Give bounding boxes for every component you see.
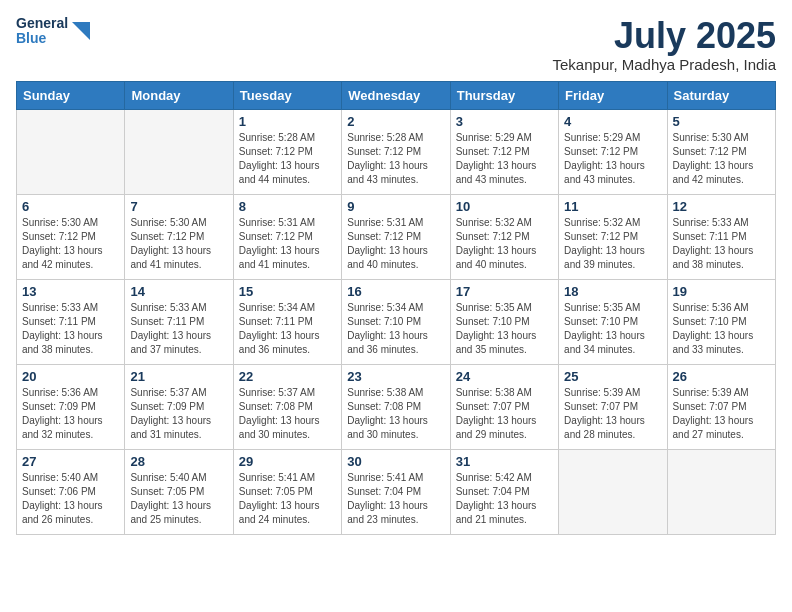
calendar-cell: 15Sunrise: 5:34 AM Sunset: 7:11 PM Dayli… xyxy=(233,279,341,364)
day-number: 3 xyxy=(456,114,553,129)
day-number: 12 xyxy=(673,199,770,214)
calendar-cell: 3Sunrise: 5:29 AM Sunset: 7:12 PM Daylig… xyxy=(450,109,558,194)
calendar-cell: 2Sunrise: 5:28 AM Sunset: 7:12 PM Daylig… xyxy=(342,109,450,194)
location: Tekanpur, Madhya Pradesh, India xyxy=(553,56,776,73)
day-number: 31 xyxy=(456,454,553,469)
day-number: 21 xyxy=(130,369,227,384)
day-detail: Sunrise: 5:32 AM Sunset: 7:12 PM Dayligh… xyxy=(456,216,553,272)
calendar-cell: 29Sunrise: 5:41 AM Sunset: 7:05 PM Dayli… xyxy=(233,449,341,534)
day-detail: Sunrise: 5:29 AM Sunset: 7:12 PM Dayligh… xyxy=(456,131,553,187)
calendar-cell: 23Sunrise: 5:38 AM Sunset: 7:08 PM Dayli… xyxy=(342,364,450,449)
day-detail: Sunrise: 5:30 AM Sunset: 7:12 PM Dayligh… xyxy=(130,216,227,272)
day-number: 14 xyxy=(130,284,227,299)
day-number: 10 xyxy=(456,199,553,214)
day-number: 9 xyxy=(347,199,444,214)
day-number: 30 xyxy=(347,454,444,469)
logo-general: General xyxy=(16,16,68,31)
calendar-cell: 13Sunrise: 5:33 AM Sunset: 7:11 PM Dayli… xyxy=(17,279,125,364)
title-block: July 2025 Tekanpur, Madhya Pradesh, Indi… xyxy=(553,16,776,73)
day-number: 13 xyxy=(22,284,119,299)
day-detail: Sunrise: 5:38 AM Sunset: 7:07 PM Dayligh… xyxy=(456,386,553,442)
week-row-5: 27Sunrise: 5:40 AM Sunset: 7:06 PM Dayli… xyxy=(17,449,776,534)
day-detail: Sunrise: 5:37 AM Sunset: 7:08 PM Dayligh… xyxy=(239,386,336,442)
calendar-cell: 25Sunrise: 5:39 AM Sunset: 7:07 PM Dayli… xyxy=(559,364,667,449)
week-row-2: 6Sunrise: 5:30 AM Sunset: 7:12 PM Daylig… xyxy=(17,194,776,279)
calendar-cell xyxy=(17,109,125,194)
calendar-cell: 10Sunrise: 5:32 AM Sunset: 7:12 PM Dayli… xyxy=(450,194,558,279)
calendar-cell: 24Sunrise: 5:38 AM Sunset: 7:07 PM Dayli… xyxy=(450,364,558,449)
calendar-cell: 4Sunrise: 5:29 AM Sunset: 7:12 PM Daylig… xyxy=(559,109,667,194)
calendar-cell: 26Sunrise: 5:39 AM Sunset: 7:07 PM Dayli… xyxy=(667,364,775,449)
day-detail: Sunrise: 5:37 AM Sunset: 7:09 PM Dayligh… xyxy=(130,386,227,442)
day-detail: Sunrise: 5:31 AM Sunset: 7:12 PM Dayligh… xyxy=(347,216,444,272)
day-number: 20 xyxy=(22,369,119,384)
page-header: GeneralBlue July 2025 Tekanpur, Madhya P… xyxy=(16,16,776,73)
day-number: 8 xyxy=(239,199,336,214)
day-number: 17 xyxy=(456,284,553,299)
day-detail: Sunrise: 5:30 AM Sunset: 7:12 PM Dayligh… xyxy=(673,131,770,187)
day-detail: Sunrise: 5:33 AM Sunset: 7:11 PM Dayligh… xyxy=(673,216,770,272)
calendar-cell: 12Sunrise: 5:33 AM Sunset: 7:11 PM Dayli… xyxy=(667,194,775,279)
calendar-cell: 31Sunrise: 5:42 AM Sunset: 7:04 PM Dayli… xyxy=(450,449,558,534)
calendar-cell: 8Sunrise: 5:31 AM Sunset: 7:12 PM Daylig… xyxy=(233,194,341,279)
col-header-sunday: Sunday xyxy=(17,81,125,109)
calendar-cell: 18Sunrise: 5:35 AM Sunset: 7:10 PM Dayli… xyxy=(559,279,667,364)
day-detail: Sunrise: 5:34 AM Sunset: 7:11 PM Dayligh… xyxy=(239,301,336,357)
day-number: 28 xyxy=(130,454,227,469)
calendar-cell: 20Sunrise: 5:36 AM Sunset: 7:09 PM Dayli… xyxy=(17,364,125,449)
day-number: 2 xyxy=(347,114,444,129)
day-detail: Sunrise: 5:35 AM Sunset: 7:10 PM Dayligh… xyxy=(456,301,553,357)
week-row-4: 20Sunrise: 5:36 AM Sunset: 7:09 PM Dayli… xyxy=(17,364,776,449)
day-number: 29 xyxy=(239,454,336,469)
day-detail: Sunrise: 5:41 AM Sunset: 7:04 PM Dayligh… xyxy=(347,471,444,527)
day-detail: Sunrise: 5:36 AM Sunset: 7:10 PM Dayligh… xyxy=(673,301,770,357)
calendar-cell: 17Sunrise: 5:35 AM Sunset: 7:10 PM Dayli… xyxy=(450,279,558,364)
day-detail: Sunrise: 5:39 AM Sunset: 7:07 PM Dayligh… xyxy=(564,386,661,442)
col-header-wednesday: Wednesday xyxy=(342,81,450,109)
calendar-cell: 11Sunrise: 5:32 AM Sunset: 7:12 PM Dayli… xyxy=(559,194,667,279)
calendar-cell: 19Sunrise: 5:36 AM Sunset: 7:10 PM Dayli… xyxy=(667,279,775,364)
logo-triangle-icon xyxy=(72,22,90,40)
day-detail: Sunrise: 5:30 AM Sunset: 7:12 PM Dayligh… xyxy=(22,216,119,272)
calendar-cell xyxy=(559,449,667,534)
day-detail: Sunrise: 5:31 AM Sunset: 7:12 PM Dayligh… xyxy=(239,216,336,272)
calendar-cell: 22Sunrise: 5:37 AM Sunset: 7:08 PM Dayli… xyxy=(233,364,341,449)
logo: GeneralBlue xyxy=(16,16,90,47)
calendar-cell xyxy=(125,109,233,194)
col-header-tuesday: Tuesday xyxy=(233,81,341,109)
day-number: 26 xyxy=(673,369,770,384)
calendar-cell: 5Sunrise: 5:30 AM Sunset: 7:12 PM Daylig… xyxy=(667,109,775,194)
day-detail: Sunrise: 5:33 AM Sunset: 7:11 PM Dayligh… xyxy=(22,301,119,357)
svg-marker-0 xyxy=(72,22,90,40)
day-detail: Sunrise: 5:39 AM Sunset: 7:07 PM Dayligh… xyxy=(673,386,770,442)
day-number: 7 xyxy=(130,199,227,214)
col-header-saturday: Saturday xyxy=(667,81,775,109)
day-number: 22 xyxy=(239,369,336,384)
day-detail: Sunrise: 5:38 AM Sunset: 7:08 PM Dayligh… xyxy=(347,386,444,442)
calendar-cell: 21Sunrise: 5:37 AM Sunset: 7:09 PM Dayli… xyxy=(125,364,233,449)
day-number: 1 xyxy=(239,114,336,129)
calendar-cell: 6Sunrise: 5:30 AM Sunset: 7:12 PM Daylig… xyxy=(17,194,125,279)
day-detail: Sunrise: 5:36 AM Sunset: 7:09 PM Dayligh… xyxy=(22,386,119,442)
calendar-cell: 7Sunrise: 5:30 AM Sunset: 7:12 PM Daylig… xyxy=(125,194,233,279)
day-number: 27 xyxy=(22,454,119,469)
calendar-cell: 14Sunrise: 5:33 AM Sunset: 7:11 PM Dayli… xyxy=(125,279,233,364)
calendar-cell: 16Sunrise: 5:34 AM Sunset: 7:10 PM Dayli… xyxy=(342,279,450,364)
calendar-header-row: SundayMondayTuesdayWednesdayThursdayFrid… xyxy=(17,81,776,109)
col-header-monday: Monday xyxy=(125,81,233,109)
day-detail: Sunrise: 5:35 AM Sunset: 7:10 PM Dayligh… xyxy=(564,301,661,357)
day-detail: Sunrise: 5:32 AM Sunset: 7:12 PM Dayligh… xyxy=(564,216,661,272)
day-number: 6 xyxy=(22,199,119,214)
calendar-cell: 28Sunrise: 5:40 AM Sunset: 7:05 PM Dayli… xyxy=(125,449,233,534)
week-row-1: 1Sunrise: 5:28 AM Sunset: 7:12 PM Daylig… xyxy=(17,109,776,194)
week-row-3: 13Sunrise: 5:33 AM Sunset: 7:11 PM Dayli… xyxy=(17,279,776,364)
col-header-friday: Friday xyxy=(559,81,667,109)
day-number: 16 xyxy=(347,284,444,299)
day-number: 18 xyxy=(564,284,661,299)
day-number: 15 xyxy=(239,284,336,299)
day-number: 11 xyxy=(564,199,661,214)
day-detail: Sunrise: 5:40 AM Sunset: 7:05 PM Dayligh… xyxy=(130,471,227,527)
calendar-table: SundayMondayTuesdayWednesdayThursdayFrid… xyxy=(16,81,776,535)
day-detail: Sunrise: 5:40 AM Sunset: 7:06 PM Dayligh… xyxy=(22,471,119,527)
day-detail: Sunrise: 5:29 AM Sunset: 7:12 PM Dayligh… xyxy=(564,131,661,187)
